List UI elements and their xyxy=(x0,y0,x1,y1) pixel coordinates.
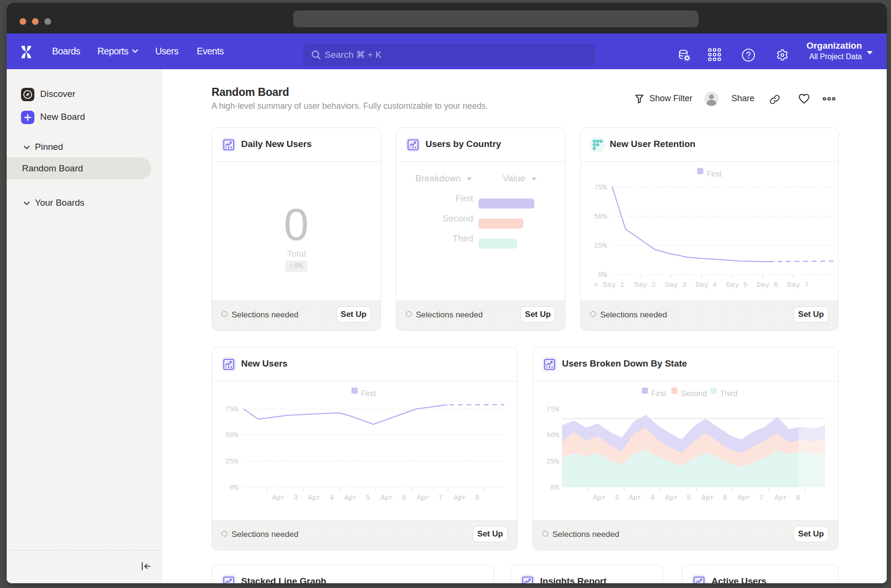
svg-text:25%: 25% xyxy=(546,458,560,466)
svg-text:Day 2: Day 2 xyxy=(634,281,656,289)
svg-text:Day 3: Day 3 xyxy=(665,281,686,289)
svg-text:First: First xyxy=(651,389,667,398)
svg-text:<: < xyxy=(594,281,598,289)
svg-text:0%: 0% xyxy=(598,271,607,279)
svg-text:75%: 75% xyxy=(546,406,560,414)
svg-text:Apr 5: Apr 5 xyxy=(665,494,691,502)
svg-text:Day 6: Day 6 xyxy=(756,281,778,289)
svg-text:First: First xyxy=(361,389,376,398)
svg-text:50%: 50% xyxy=(225,431,239,440)
svg-text:Apr 8: Apr 8 xyxy=(774,494,800,502)
svg-text:Second: Second xyxy=(681,389,707,398)
svg-text:Third: Third xyxy=(720,389,737,398)
svg-text:Day 1: Day 1 xyxy=(603,281,624,289)
svg-text:Day 7: Day 7 xyxy=(787,281,808,289)
svg-text:Apr 7: Apr 7 xyxy=(417,494,443,502)
svg-text:Apr 3: Apr 3 xyxy=(272,494,298,502)
svg-text:Apr 8: Apr 8 xyxy=(454,494,479,502)
svg-text:0%: 0% xyxy=(230,484,239,492)
svg-text:Apr 4: Apr 4 xyxy=(629,494,655,502)
svg-text:75%: 75% xyxy=(594,184,607,192)
svg-text:Apr 5: Apr 5 xyxy=(344,494,370,502)
svg-text:Apr 4: Apr 4 xyxy=(308,494,334,502)
svg-text:Day 5: Day 5 xyxy=(726,281,747,289)
svg-text:75%: 75% xyxy=(225,406,239,414)
svg-text:First: First xyxy=(707,170,722,178)
svg-text:Apr 3: Apr 3 xyxy=(593,494,619,502)
svg-text:Apr 6: Apr 6 xyxy=(381,494,406,502)
svg-text:Apr 7: Apr 7 xyxy=(738,494,764,502)
svg-text:0%: 0% xyxy=(551,484,560,492)
svg-text:Apr 6: Apr 6 xyxy=(701,494,727,502)
svg-text:Day 4: Day 4 xyxy=(695,281,717,289)
svg-text:25%: 25% xyxy=(594,242,607,250)
svg-text:25%: 25% xyxy=(225,458,239,466)
svg-text:50%: 50% xyxy=(594,213,607,221)
svg-text:50%: 50% xyxy=(546,431,560,440)
